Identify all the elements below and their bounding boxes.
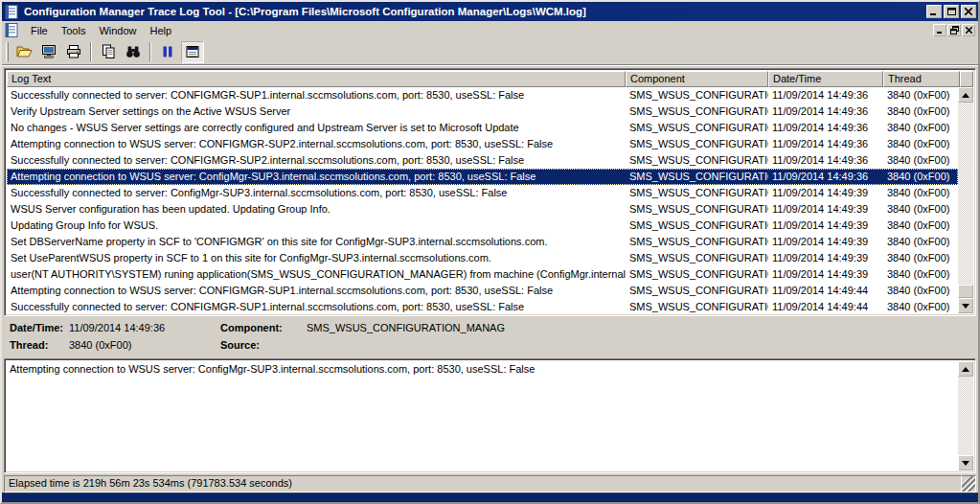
log-row[interactable]: Attempting connection to WSUS server: Co… [7,169,958,185]
log-row[interactable]: user(NT AUTHORITY\SYSTEM) runing applica… [7,266,958,283]
component-cell[interactable]: SMS_WSUS_CONFIGURATION [626,120,768,136]
log-row[interactable]: Successfully connected to server: CONFIG… [7,299,958,315]
datetime-cell[interactable]: 11/09/2014 14:49:39 [768,234,883,250]
datetime-cell[interactable]: 11/09/2014 14:49:36 [768,103,883,120]
mdi-minimize-button[interactable] [933,24,946,36]
menu-item[interactable]: Tools [55,23,93,38]
minimize-button[interactable] [926,5,942,18]
print-button[interactable] [62,41,85,63]
log-row[interactable]: Successfully connected to server: Config… [7,185,958,201]
close-button[interactable] [961,5,976,18]
log-row[interactable]: Attempting connection to WSUS server: CO… [7,283,958,299]
log-row[interactable]: No changes - WSUS Server settings are co… [7,120,958,136]
datetime-cell[interactable]: 11/09/2014 14:49:36 [768,136,883,152]
datetime-cell[interactable]: 11/09/2014 14:49:36 [768,152,883,169]
menu-item[interactable]: Help [144,23,179,38]
thread-cell[interactable]: 3840 (0xF00) [883,103,958,120]
log-row[interactable]: Verify Upstream Server settings on the A… [7,103,958,120]
datetime-cell[interactable]: 11/09/2014 14:49:36 [768,87,883,103]
component-cell[interactable]: SMS_WSUS_CONFIGURATION [626,283,768,299]
scroll-down-button[interactable] [958,298,973,313]
log-text-cell[interactable]: WSUS Server configuration has been updat… [7,201,626,218]
thread-cell[interactable]: 3840 (0xF00) [883,169,958,185]
scroll-up-button[interactable] [958,361,973,377]
highlight-pane-toggle-button[interactable] [181,41,204,63]
column-header-datetime[interactable]: Date/Time [768,71,883,87]
log-text-cell[interactable]: user(NT AUTHORITY\SYSTEM) runing applica… [7,266,626,283]
component-cell[interactable]: SMS_WSUS_CONFIGURATION [626,299,768,315]
open-remote-button[interactable] [37,41,60,63]
log-text-cell[interactable]: Attempting connection to WSUS server: CO… [7,283,626,299]
copy-button[interactable] [97,41,120,63]
component-cell[interactable]: SMS_WSUS_CONFIGURATION [626,201,768,218]
thread-cell[interactable]: 3840 (0xF00) [883,120,958,136]
log-text-cell[interactable]: Successfully connected to server: CONFIG… [7,152,626,169]
scrollbar-thumb[interactable] [958,285,973,298]
log-text-cell[interactable]: Attempting connection to WSUS server: Co… [7,169,626,185]
log-list-scrollbar[interactable] [958,87,973,313]
column-header-component[interactable]: Component [626,71,768,87]
log-text-cell[interactable]: Set DBServerName property in SCF to 'CON… [7,234,626,250]
thread-cell[interactable]: 3840 (0xF00) [883,283,958,299]
datetime-cell[interactable]: 11/09/2014 14:49:39 [768,201,883,218]
thread-cell[interactable]: 3840 (0xF00) [883,136,958,152]
pause-button[interactable] [156,41,179,63]
datetime-cell[interactable]: 11/09/2014 14:49:39 [768,266,883,283]
find-button[interactable] [122,41,145,63]
datetime-cell[interactable]: 11/09/2014 14:49:39 [768,185,883,201]
log-text-cell[interactable]: Updating Group Info for WSUS. [7,218,626,234]
log-text-cell[interactable]: Successfully connected to server: CONFIG… [7,299,626,315]
thread-cell[interactable]: 3840 (0xF00) [883,201,958,218]
component-cell[interactable]: SMS_WSUS_CONFIGURATION [626,169,768,185]
log-row[interactable]: WSUS Server configuration has been updat… [7,201,958,218]
scroll-up-button[interactable] [958,87,973,103]
log-text-cell[interactable]: Set UseParentWSUS property in SCF to 1 o… [7,250,626,266]
maximize-button[interactable] [944,5,959,18]
component-cell[interactable]: SMS_WSUS_CONFIGURATION [626,152,768,169]
scroll-down-button[interactable] [958,455,973,470]
resize-grip[interactable] [962,475,976,493]
component-cell[interactable]: SMS_WSUS_CONFIGURATION [626,136,768,152]
toolbar-grip[interactable] [6,42,9,61]
thread-cell[interactable]: 3840 (0xF00) [883,185,958,201]
log-text-cell[interactable]: Attempting connection to WSUS server: CO… [7,136,626,152]
document-icon[interactable] [5,23,20,37]
datetime-cell[interactable]: 11/09/2014 14:49:44 [768,283,883,299]
log-row[interactable]: Updating Group Info for WSUS. SMS_WSUS_C… [7,218,958,234]
datetime-cell[interactable]: 11/09/2014 14:49:39 [768,250,883,266]
thread-cell[interactable]: 3840 (0xF00) [883,234,958,250]
column-header-thread[interactable]: Thread [883,71,960,87]
thread-cell[interactable]: 3840 (0xF00) [883,266,958,283]
component-cell[interactable]: SMS_WSUS_CONFIGURATION [626,185,768,201]
component-cell[interactable]: SMS_WSUS_CONFIGURATION [626,103,768,120]
log-text-cell[interactable]: Verify Upstream Server settings on the A… [7,103,626,120]
log-row[interactable]: Set UseParentWSUS property in SCF to 1 o… [7,250,958,266]
datetime-cell[interactable]: 11/09/2014 14:49:39 [768,218,883,234]
component-cell[interactable]: SMS_WSUS_CONFIGURATION [626,234,768,250]
component-cell[interactable]: SMS_WSUS_CONFIGURATION [626,250,768,266]
column-header-log-text[interactable]: Log Text [7,71,626,87]
log-row[interactable]: Successfully connected to server: CONFIG… [7,87,958,103]
log-text-cell[interactable]: No changes - WSUS Server settings are co… [7,120,626,136]
menu-item[interactable]: File [24,23,55,38]
log-row[interactable]: Set DBServerName property in SCF to 'CON… [7,234,958,250]
component-cell[interactable]: SMS_WSUS_CONFIGURATION [626,87,768,103]
log-text-cell[interactable]: Successfully connected to server: CONFIG… [7,87,626,103]
mdi-restore-button[interactable] [947,24,961,36]
thread-cell[interactable]: 3840 (0xF00) [883,87,958,103]
thread-cell[interactable]: 3840 (0xF00) [883,250,958,266]
thread-cell[interactable]: 3840 (0xF00) [883,152,958,169]
log-row[interactable]: Attempting connection to WSUS server: CO… [7,136,958,152]
thread-cell[interactable]: 3840 (0xF00) [883,299,958,315]
title-bar[interactable]: Configuration Manager Trace Log Tool - [… [2,2,978,21]
component-cell[interactable]: SMS_WSUS_CONFIGURATION [626,218,768,234]
thread-cell[interactable]: 3840 (0xF00) [883,218,958,234]
datetime-cell[interactable]: 11/09/2014 14:49:44 [768,299,883,315]
log-row[interactable]: Successfully connected to server: CONFIG… [7,152,958,169]
datetime-cell[interactable]: 11/09/2014 14:49:36 [768,169,883,185]
mdi-close-button[interactable] [962,24,975,36]
datetime-cell[interactable]: 11/09/2014 14:49:36 [768,120,883,136]
message-scrollbar[interactable] [958,361,973,470]
log-text-cell[interactable]: Successfully connected to server: Config… [7,185,626,201]
menu-item[interactable]: Window [92,23,143,38]
